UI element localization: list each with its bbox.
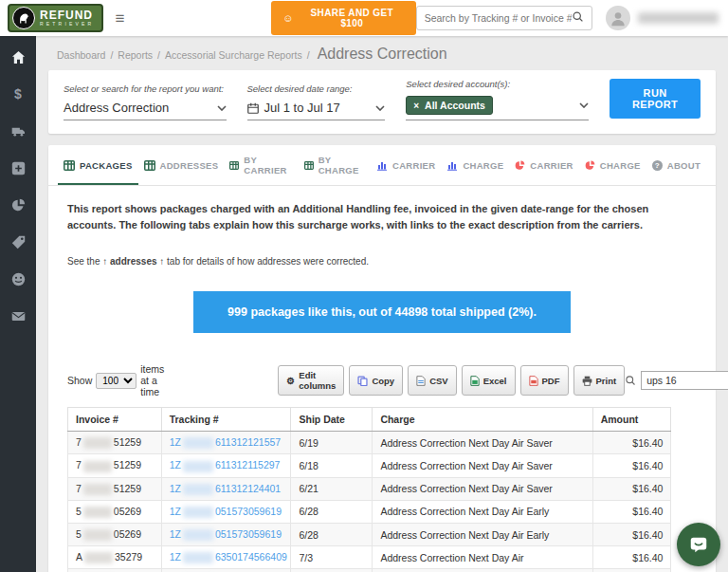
breadcrumb-dashboard[interactable]: Dashboard <box>57 49 105 61</box>
pdf-button[interactable]: PDF <box>520 365 569 396</box>
invoice-cell: 505269 <box>68 523 162 545</box>
global-search-input[interactable] <box>425 12 573 24</box>
user-name-redacted[interactable] <box>638 12 719 24</box>
truck-icon[interactable] <box>10 123 26 138</box>
tracking-link[interactable]: 051573059619 <box>215 506 282 517</box>
tag-icon[interactable] <box>10 234 26 249</box>
share-button-label: SHARE AND GET $100 <box>300 8 405 28</box>
envelope-icon[interactable] <box>10 308 26 323</box>
report-select[interactable]: Address Correction <box>64 101 227 120</box>
table-row[interactable]: 505269 1Z051573059619 6/28 Address Corre… <box>68 523 671 545</box>
smiley-face-icon[interactable] <box>10 271 26 286</box>
table-search-input[interactable] <box>641 371 728 390</box>
tab-addresses[interactable]: ADDRESSES <box>138 145 225 185</box>
tracking-link-prefix[interactable]: 1Z <box>170 506 181 517</box>
plus-square-icon[interactable] <box>10 160 26 175</box>
tracking-link[interactable]: 611312115297 <box>215 459 281 471</box>
invoice-cell: 751259 <box>68 454 162 477</box>
col-tracking-header[interactable]: Tracking # <box>161 408 291 432</box>
tracking-link-prefix[interactable]: 1Z <box>170 483 181 494</box>
tracking-link[interactable]: 611312121557 <box>215 436 281 448</box>
tab-by-carrier[interactable]: BY CARRIER <box>224 145 298 185</box>
table-row[interactable]: 505269 1Z051573059619 6/28 Address Corre… <box>68 500 671 523</box>
csv-button[interactable]: CSV <box>408 365 457 396</box>
print-button[interactable]: Print <box>573 365 626 396</box>
table-icon <box>304 160 314 171</box>
chat-launcher-button[interactable] <box>677 523 720 566</box>
menu-hamburger-icon[interactable]: ≡ <box>115 10 124 27</box>
copy-icon <box>357 376 368 386</box>
tab-by-charge[interactable]: BY CHARGE <box>299 145 371 185</box>
items-label: items at a time <box>140 363 164 397</box>
packages-table: Invoice # Tracking # Ship Date Charge Am… <box>67 407 671 572</box>
run-report-button[interactable]: RUN REPORT <box>610 79 701 119</box>
tracking-cell: 1Z051573059619 <box>161 523 291 545</box>
breadcrumb-reports[interactable]: Reports <box>118 49 153 61</box>
chevron-down-icon <box>579 102 589 108</box>
table-row[interactable]: A35279 1Z6350174566409 7/3 Address Corre… <box>68 546 671 569</box>
tab-carrier-bar[interactable]: CARRIER <box>371 145 441 185</box>
ship-date-cell: 6/18 <box>291 454 373 477</box>
date-range-select[interactable]: Jul 1 to Jul 17 <box>247 101 386 120</box>
tab-label: PACKAGES <box>80 160 133 171</box>
accounts-label: Select desired account(s): <box>406 79 589 89</box>
tracking-link-prefix[interactable]: 1Z <box>170 551 181 563</box>
col-shipdate-header[interactable]: Ship Date <box>291 408 373 432</box>
ship-date-cell: 6/19 <box>291 432 373 454</box>
dollar-icon[interactable]: $ <box>10 86 26 101</box>
col-amount-header[interactable]: Amount <box>592 408 671 432</box>
table-row[interactable]: 751259 1Z611312121557 6/19 Address Corre… <box>68 432 671 454</box>
accounts-select[interactable]: × All Accounts <box>406 96 589 120</box>
tracking-link[interactable]: 6350174566409 <box>215 551 287 563</box>
button-label: Copy <box>372 376 394 386</box>
invoice-suffix: 51259 <box>114 436 141 448</box>
edit-columns-button[interactable]: ⚙ Edit columns <box>278 365 344 396</box>
tracking-link-prefix[interactable]: 1Z <box>170 436 181 448</box>
breadcrumb-separator: / <box>307 49 310 61</box>
button-label: Edit columns <box>299 370 336 391</box>
refund-retriever-logo[interactable]: REFUND RETRIEVER <box>8 4 103 32</box>
redacted-invoice-segment <box>83 507 112 518</box>
tracking-link-prefix[interactable]: 1Z <box>170 459 181 471</box>
pie-chart-icon[interactable] <box>10 197 26 212</box>
invoice-suffix: 35279 <box>115 551 142 563</box>
col-invoice-header[interactable]: Invoice # <box>68 408 162 432</box>
note-prefix: See the <box>67 256 100 267</box>
ship-date-cell: 6/28 <box>291 500 373 523</box>
addresses-tab-link[interactable]: addresses <box>110 256 156 267</box>
excel-button[interactable]: Excel <box>462 365 516 396</box>
col-charge-header[interactable]: Charge <box>373 408 592 432</box>
invoice-cell: A35279 <box>68 546 162 569</box>
tab-packages[interactable]: PACKAGES <box>58 145 138 185</box>
table-row[interactable]: 751259 1Z611312115297 6/18 Address Corre… <box>68 454 671 477</box>
search-icon[interactable] <box>572 9 584 27</box>
tab-charge-pie[interactable]: CHARGE <box>579 145 646 185</box>
date-range-label: Select desired date range: <box>247 83 386 94</box>
redacted-tracking-segment <box>183 437 213 449</box>
amount-cell: $16.40 <box>592 432 671 454</box>
logo-word-retriever: RETRIEVER <box>40 22 94 27</box>
share-and-get-button[interactable]: ☺ SHARE AND GET $100 <box>271 1 415 35</box>
home-icon[interactable] <box>10 49 26 65</box>
remove-tag-icon[interactable]: × <box>413 101 419 111</box>
breadcrumb-surcharge-reports[interactable]: Accessorial Surcharge Reports <box>165 49 302 61</box>
user-avatar[interactable] <box>606 6 629 30</box>
table-row[interactable]: 751259 1Z611312124401 6/21 Address Corre… <box>68 477 671 500</box>
copy-button[interactable]: Copy <box>349 365 403 396</box>
tab-charge-bar[interactable]: CHARGE <box>441 145 509 185</box>
invoice-prefix: A <box>76 551 82 563</box>
tracking-link[interactable]: 051573059619 <box>215 528 282 540</box>
tab-label: CHARGE <box>463 160 503 171</box>
tab-carrier-pie[interactable]: CARRIER <box>509 145 578 185</box>
tracking-link-prefix[interactable]: 1Z <box>170 528 181 540</box>
gear-icon: ⚙ <box>286 376 295 386</box>
page-size-select[interactable]: 100 <box>96 373 136 389</box>
tab-about[interactable]: ? ABOUT <box>646 145 706 185</box>
button-label: Excel <box>483 376 507 386</box>
button-label: PDF <box>542 376 560 386</box>
tab-label: ADDRESSES <box>160 160 219 171</box>
ship-date-cell: 6/28 <box>291 523 373 545</box>
chevron-down-icon <box>217 105 227 111</box>
tracking-link[interactable]: 611312124401 <box>215 483 281 494</box>
pie-chart-icon <box>585 160 595 171</box>
